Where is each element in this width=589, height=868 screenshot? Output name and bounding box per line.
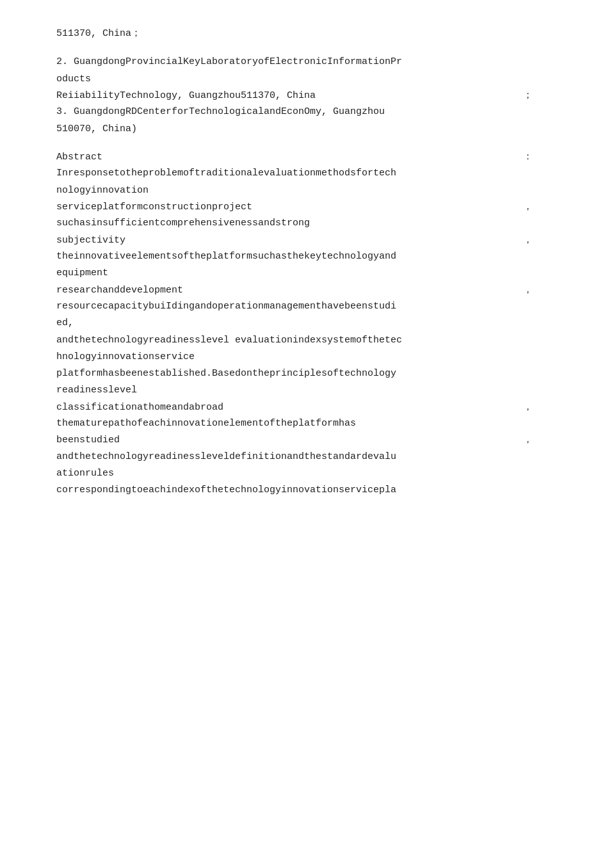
line-nologyinnovation: nologyinnovation: [56, 182, 533, 199]
line-ed: ed,: [56, 315, 533, 332]
line-suchas: suchasinsufficientcomprehensivenessandst…: [56, 215, 533, 232]
line-equipment: equipment: [56, 265, 533, 282]
line-serviceplatform: serviceplatformconstructionproject ，: [56, 199, 533, 216]
line-reliability: ReiiabilityTechnology, Guangzhou511370, …: [56, 88, 533, 104]
line-510070: 510070, China): [56, 121, 533, 138]
document-content: 511370, China； 2. GuangdongProvincialKey…: [56, 26, 533, 499]
line-oducts: oducts: [56, 71, 533, 88]
line-section3-header: 3. GuangdongRDCenterforTechnologicalandE…: [56, 104, 533, 120]
line-classification: classificationathomeandabroad ，: [56, 399, 533, 416]
line-resourcecapacity: resourcecapacitybuiIdingandoperationmana…: [56, 298, 533, 315]
line-readinesslevel: readinesslevel: [56, 382, 533, 399]
line-inresponse: Inresponsetotheproblemoftraditionalevalu…: [56, 165, 533, 182]
line-thematurepath: thematurepathofeachinnovationelementofth…: [56, 415, 533, 432]
line-subjectivity: subjectivity ，: [56, 232, 533, 249]
line-researchdev: researchanddevelopment ，: [56, 282, 533, 299]
line-andtechreadiness: andthetechnologyreadinessleveldefinition…: [56, 449, 533, 465]
line-ationrules: ationrules: [56, 465, 533, 482]
line-section2-header: 2. GuangdongProvincialKeyLaboratoryofEle…: [56, 54, 533, 70]
line-andtech: andthetechnologyreadinesslevel evaluatio…: [56, 332, 533, 349]
line-beenstudied: beenstudied ，: [56, 432, 533, 449]
line-innovative: theinnovativeelementsoftheplatformsuchas…: [56, 248, 533, 265]
line-abstract-label: Abstract ：: [56, 149, 533, 166]
line-platformbased: platformhasbeenestablished.Basedonthepri…: [56, 366, 533, 382]
line-511370: 511370, China；: [56, 26, 533, 42]
line-corresponding: correspondingtoeachindexofthetechnologyi…: [56, 482, 533, 499]
line-hnologyinnovation: hnologyinnovationservice: [56, 349, 533, 366]
